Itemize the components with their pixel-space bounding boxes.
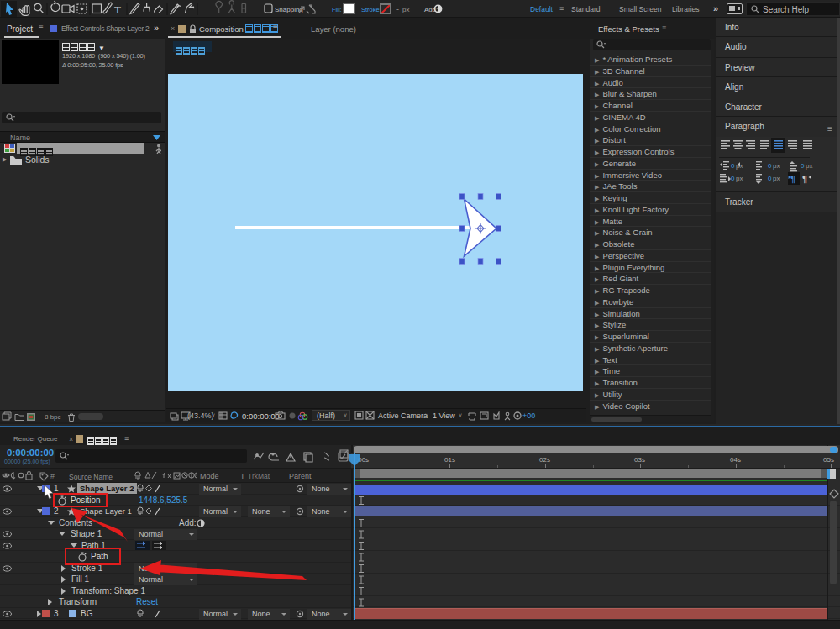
svg-text:0: 0 [768, 162, 772, 170]
svg-text:px: px [736, 162, 743, 170]
svg-text:0: 0 [731, 175, 735, 182]
svg-text:px: px [736, 175, 743, 182]
svg-text:¶: ¶ [790, 174, 795, 184]
svg-text:0: 0 [768, 175, 772, 182]
svg-text:Snapping: Snapping [275, 6, 303, 13]
svg-text:0: 0 [801, 162, 805, 170]
svg-text:px: px [773, 175, 780, 182]
svg-text:¶: ¶ [802, 174, 807, 184]
svg-text:px: px [806, 162, 812, 170]
svg-text:0: 0 [731, 162, 735, 170]
svg-text:px: px [773, 162, 780, 170]
svg-text:T: T [114, 3, 121, 16]
